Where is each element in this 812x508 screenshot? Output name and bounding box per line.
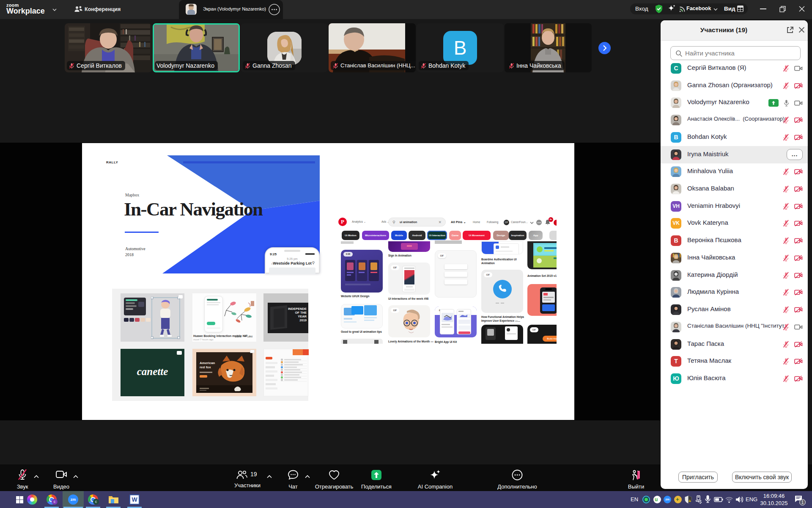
- svg-text:American: American: [200, 361, 215, 365]
- svg-text:red fox: red fox: [200, 365, 211, 369]
